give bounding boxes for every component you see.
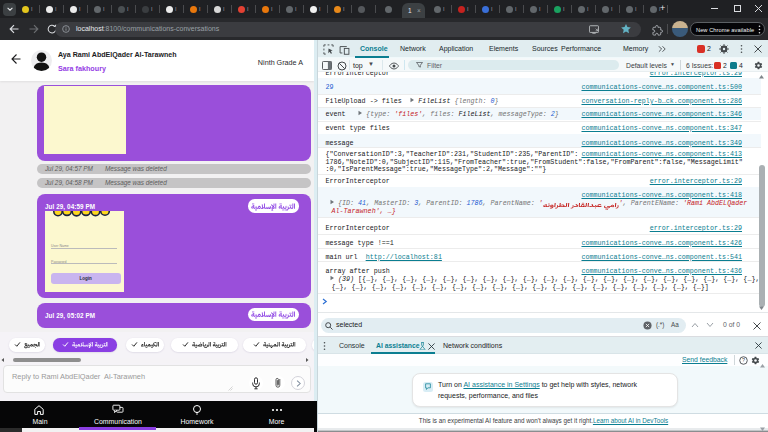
- svg-text:?: ?: [742, 357, 745, 363]
